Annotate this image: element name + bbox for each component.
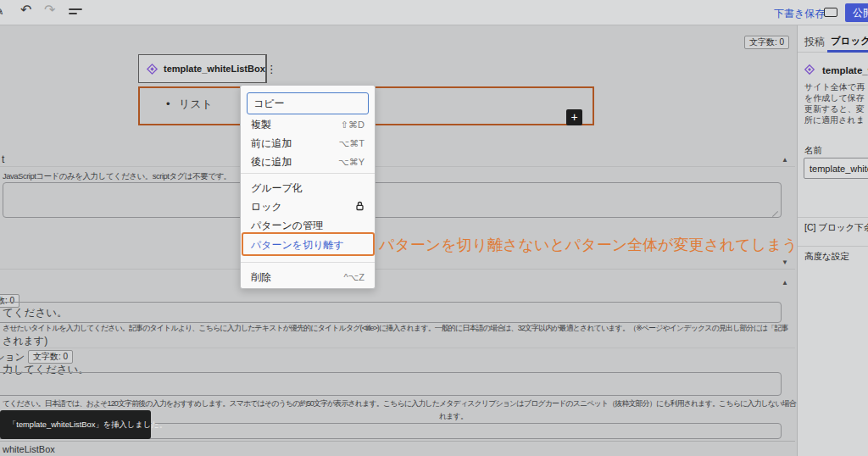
name-field-label: 名前	[804, 145, 822, 157]
tab-block[interactable]: ブロック	[831, 35, 868, 47]
lock-icon	[355, 201, 364, 214]
list-view-icon[interactable]	[68, 6, 83, 22]
tab-post[interactable]: 投稿	[804, 35, 825, 49]
description-char-count-badge: 文字数: 0	[28, 350, 73, 364]
collapse-up-icon-1[interactable]: ▲	[782, 157, 788, 164]
meta-description-textarea[interactable]	[0, 372, 782, 396]
shortcut-duplicate: ⇧⌘D	[341, 120, 364, 131]
section-divider	[0, 441, 795, 442]
menu-item-copy[interactable]: コピー	[247, 92, 369, 114]
menu-separator	[241, 262, 375, 263]
menu-item-insert-after[interactable]: 後に追加 ⌥⌘Y	[241, 153, 375, 171]
block-toolbar[interactable]: template_whiteListBox ⋮	[138, 54, 267, 83]
menu-item-duplicate[interactable]: 複製 ⇧⌘D	[241, 115, 375, 134]
annotation-highlight-rect	[242, 232, 375, 256]
menu-separator	[241, 173, 375, 174]
panel-divider	[798, 246, 868, 247]
seo-title-input[interactable]	[0, 302, 782, 323]
shortcut-insert-after: ⌥⌘Y	[338, 157, 364, 168]
collapse-down-icon[interactable]: ▼	[782, 259, 788, 266]
resize-handle-icon[interactable]	[772, 211, 778, 217]
redo-icon[interactable]: ↷	[44, 3, 55, 17]
block-options-button[interactable]: ⋮	[265, 55, 277, 82]
section-divider	[0, 348, 795, 348]
description-hint-line1: てください。日本語では、およそ120文字前後の入力をおすすめします。スマホではそ…	[3, 398, 796, 409]
block-toolbar-name: template_whiteListBox	[164, 64, 265, 74]
panel-block-margin[interactable]: [C] ブロック下余白	[804, 222, 868, 234]
menu-item-delete[interactable]: 削除 ^⌥Z	[241, 268, 375, 286]
top-toolbar: ✎ ↶ ↷ 下書き保存 公開	[0, 0, 868, 25]
list-bullet: •	[166, 97, 170, 110]
menu-item-lock[interactable]: ロック	[241, 197, 375, 216]
section-divider	[0, 269, 795, 270]
js-field-hint: JavaScriptコードのみを入力してください。scriptタグは不要です。	[3, 171, 231, 182]
add-block-button[interactable]: +	[566, 109, 582, 125]
seo-title-input-text: てください。	[3, 306, 67, 320]
snackbar-toast: 「template_whiteListBox」を挿入しました。	[0, 410, 151, 439]
shortcut-delete: ^⌥Z	[343, 272, 364, 283]
bottom-block-name-cut: whiteListBox	[3, 444, 55, 454]
list-item-text[interactable]: リスト	[179, 97, 213, 112]
section-divider	[0, 166, 795, 167]
seo-title-hint-line1: させたいタイトルを入力してください。記事のタイトルより、こちらに入力したテキスト…	[3, 323, 788, 334]
settings-sidebar: 投稿 ブロック template_whi サイト全体で再 を作成して保存 更新す…	[797, 25, 868, 456]
collapse-up-icon-2[interactable]: ▲	[782, 280, 788, 286]
char-count-badge: 文字数: 0	[744, 36, 789, 49]
panel-divider	[798, 217, 868, 218]
menu-item-insert-before[interactable]: 前に追加 ⌥⌘T	[241, 134, 375, 153]
menu-item-group[interactable]: グループ化	[241, 179, 375, 197]
pencil-icon[interactable]: ✎	[0, 4, 4, 18]
panel-advanced-settings[interactable]: 高度な設定	[804, 251, 849, 263]
description-hint-line2: れます。	[439, 411, 467, 422]
seo-title-hint-line2: されます)	[3, 334, 47, 348]
annotation-note-text: パターンを切り離さないとパターン全体が変更されてしまう	[379, 235, 798, 255]
sidebar-desc-line: 更新すると、変	[804, 103, 865, 115]
js-code-textarea[interactable]	[3, 182, 782, 218]
active-tab-underline	[827, 50, 868, 53]
sidebar-block-title: template_whi	[822, 65, 868, 75]
pattern-icon	[804, 64, 815, 79]
description-label-cut: ション	[0, 351, 25, 364]
undo-icon[interactable]: ↶	[20, 3, 31, 17]
editor-window: ✎ ↶ ↷ 下書き保存 公開 文字数: 0 template_whiteList…	[0, 0, 868, 456]
name-field-value: template_whiteLis	[804, 158, 868, 179]
publish-button[interactable]: 公開	[845, 3, 868, 22]
sidebar-desc-line: を作成して保存	[804, 92, 865, 104]
pattern-icon	[146, 63, 159, 75]
block-options-menu: コピー 複製 ⇧⌘D 前に追加 ⌥⌘T 後に追加 ⌥⌘Y グループ化 ロック パ…	[240, 85, 376, 289]
field-section-label-cut: t	[2, 153, 4, 165]
sidebar-desc-line: 所に適用されま	[804, 114, 865, 126]
preview-monitor-icon[interactable]	[824, 8, 837, 17]
save-draft-button[interactable]: 下書き保存	[774, 7, 825, 21]
shortcut-insert-before: ⌥⌘T	[339, 138, 364, 149]
name-field-input[interactable]: template_whiteLis	[804, 158, 868, 179]
sidebar-desc-line: サイト全体で再	[804, 81, 865, 93]
